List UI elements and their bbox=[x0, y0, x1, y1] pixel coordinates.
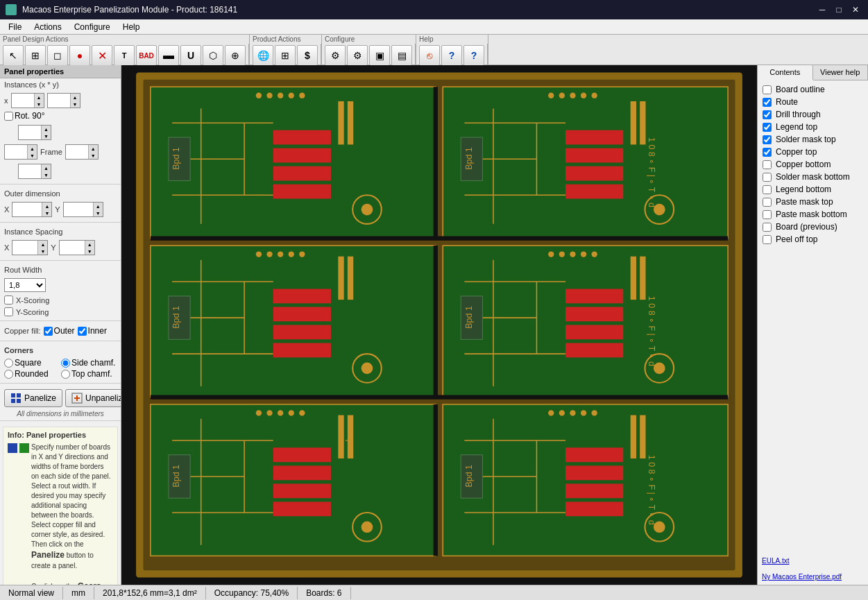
menu-configure[interactable]: Configure bbox=[69, 21, 116, 33]
top-chamf-radio[interactable] bbox=[61, 370, 70, 379]
toolbar-cross-btn[interactable]: ✕ bbox=[92, 45, 112, 66]
layer-solder-mask-bottom-cb[interactable] bbox=[763, 173, 772, 182]
layer-drill-through-cb[interactable] bbox=[763, 110, 772, 119]
toolbar-window2-btn[interactable]: ▤ bbox=[391, 45, 412, 66]
oy-up-btn[interactable]: ▲ bbox=[93, 203, 103, 209]
x-down-btn[interactable]: ▼ bbox=[34, 101, 44, 108]
ox-down-btn[interactable]: ▼ bbox=[42, 209, 51, 216]
frame-down-btn[interactable]: ▼ bbox=[88, 152, 98, 159]
y-down-btn[interactable]: ▼ bbox=[70, 101, 80, 108]
s2-down-btn[interactable]: ▼ bbox=[27, 152, 37, 159]
toolbar-dollar-btn[interactable]: $ bbox=[297, 45, 318, 66]
copper-outer-checkbox[interactable] bbox=[44, 327, 53, 336]
isp-y-spinner[interactable]: 1,80 ▲ ▼ bbox=[59, 240, 95, 255]
isp-x-spinner[interactable]: 1,80 ▲ ▼ bbox=[12, 240, 48, 255]
toolbar-gear1-btn[interactable]: ⚙ bbox=[325, 45, 346, 66]
rot-checkbox[interactable] bbox=[4, 112, 13, 121]
toolbar-bad-btn[interactable]: BAD bbox=[136, 45, 157, 66]
minimize-button[interactable]: ─ bbox=[815, 3, 829, 17]
close-button[interactable]: ✕ bbox=[849, 3, 862, 17]
toolbar-arrow-btn[interactable]: ↖ bbox=[3, 45, 24, 66]
outer-y-spinner[interactable]: 152,60 ▲ ▼ bbox=[63, 202, 103, 217]
menu-help[interactable]: Help bbox=[117, 21, 146, 33]
layer-copper-top-cb[interactable] bbox=[763, 148, 772, 157]
rounded-radio[interactable] bbox=[4, 370, 13, 379]
copper-inner-checkbox[interactable] bbox=[78, 327, 87, 336]
spacing3-input[interactable]: 10,0 bbox=[19, 164, 41, 178]
layer-copper-bottom-cb[interactable] bbox=[763, 160, 772, 169]
ox-up-btn[interactable]: ▲ bbox=[42, 203, 51, 209]
layer-paste-mask-bottom-cb[interactable] bbox=[763, 210, 772, 219]
pcb-canvas[interactable]: Bpd 1 Bpd 1 bbox=[121, 65, 757, 585]
ny-macaos-link[interactable]: Ny Macaos Enterprise.pdf bbox=[758, 569, 868, 585]
iy-up-btn[interactable]: ▲ bbox=[85, 241, 94, 248]
y-up-btn[interactable]: ▲ bbox=[70, 94, 80, 101]
spacing2-input[interactable]: 10,0 bbox=[5, 145, 27, 159]
s3-up-btn[interactable]: ▲ bbox=[41, 164, 51, 171]
toolbar-exit-btn[interactable]: ⎋ bbox=[419, 45, 440, 66]
x-up-btn[interactable]: ▲ bbox=[34, 94, 44, 101]
s1-down-btn[interactable]: ▼ bbox=[41, 132, 51, 139]
outer-dim-label-row: Outer dimension bbox=[0, 187, 121, 200]
layer-legend-bottom-cb[interactable] bbox=[763, 185, 772, 194]
layer-route-cb[interactable] bbox=[763, 98, 772, 107]
toolbar-gear2-btn[interactable]: ⚙ bbox=[347, 45, 368, 66]
isp-x-input[interactable]: 1,80 bbox=[12, 241, 37, 255]
outer-x-input[interactable]: 201,80 bbox=[12, 203, 42, 216]
y-input[interactable]: 3 bbox=[48, 94, 70, 108]
maximize-button[interactable]: □ bbox=[832, 3, 846, 17]
y-spinner[interactable]: 3 ▲ ▼ bbox=[47, 93, 80, 108]
x-scoring-checkbox[interactable] bbox=[4, 295, 13, 305]
frame-spinner[interactable]: 10,0 ▲ ▼ bbox=[65, 144, 99, 160]
toolbar-u-btn[interactable]: U bbox=[180, 45, 201, 66]
layer-paste-mask-top-cb[interactable] bbox=[763, 198, 772, 207]
spacing1-input[interactable]: 10,0 bbox=[19, 126, 41, 139]
ix-up-btn[interactable]: ▲ bbox=[37, 241, 47, 248]
spacing3-spinner[interactable]: 10,0 ▲ ▼ bbox=[18, 164, 51, 179]
s1-up-btn[interactable]: ▲ bbox=[41, 126, 51, 132]
spacing1-spinner[interactable]: 10,0 ▲ ▼ bbox=[18, 125, 51, 140]
spacing2-spinner[interactable]: 10,0 ▲ ▼ bbox=[4, 144, 37, 160]
toolbar-window1-btn[interactable]: ▣ bbox=[369, 45, 390, 66]
toolbar-sticker-btn[interactable]: ⬡ bbox=[203, 45, 223, 66]
tab-viewer-help[interactable]: Viewer help bbox=[813, 65, 869, 80]
frame-input[interactable]: 10,0 bbox=[66, 145, 88, 159]
toolbar-grid-btn[interactable]: ⊞ bbox=[25, 45, 46, 66]
isp-y-input[interactable]: 1,80 bbox=[60, 241, 85, 255]
layer-legend-top-cb[interactable] bbox=[763, 123, 772, 132]
layer-peel-off-top-cb[interactable] bbox=[763, 235, 772, 244]
eula-link[interactable]: EULA.txt bbox=[758, 553, 868, 569]
menu-file[interactable]: File bbox=[3, 21, 27, 33]
x-spinner[interactable]: 2 ▲ ▼ bbox=[11, 93, 44, 108]
square-radio[interactable] bbox=[4, 359, 13, 368]
iy-down-btn[interactable]: ▼ bbox=[85, 248, 94, 255]
spacing3-row: 10,0 ▲ ▼ bbox=[0, 162, 121, 181]
side-chamf-radio[interactable] bbox=[61, 359, 70, 368]
s2-up-btn[interactable]: ▲ bbox=[27, 145, 37, 152]
y-scoring-checkbox[interactable] bbox=[4, 307, 13, 316]
panelize-button[interactable]: Panelize bbox=[4, 389, 62, 407]
menu-actions[interactable]: Actions bbox=[28, 21, 67, 33]
toolbar-help2-btn[interactable]: ? bbox=[463, 45, 484, 66]
oy-down-btn[interactable]: ▼ bbox=[93, 209, 103, 216]
outer-x-spinner[interactable]: 201,80 ▲ ▼ bbox=[12, 202, 52, 217]
tab-contents[interactable]: Contents bbox=[758, 65, 813, 80]
layer-board-previous-cb[interactable] bbox=[763, 223, 772, 232]
unpanelize-button[interactable]: Unpanelize bbox=[65, 389, 121, 407]
toolbar-globe-btn[interactable]: 🌐 bbox=[253, 45, 273, 66]
toolbar-stop-btn[interactable]: ● bbox=[69, 45, 90, 66]
layer-solder-mask-top-cb[interactable] bbox=[763, 135, 772, 144]
layer-board-outline-cb[interactable] bbox=[763, 85, 772, 94]
ix-down-btn[interactable]: ▼ bbox=[37, 248, 47, 255]
x-input[interactable]: 2 bbox=[12, 94, 34, 108]
rout-width-select[interactable]: 1,8 2,0 2,4 bbox=[4, 278, 46, 292]
toolbar-text-btn[interactable]: T bbox=[114, 45, 135, 66]
s3-down-btn[interactable]: ▼ bbox=[41, 171, 51, 178]
toolbar-cursor-btn[interactable]: ⊕ bbox=[225, 45, 246, 66]
toolbar-table-btn[interactable]: ⊞ bbox=[275, 45, 296, 66]
frame-up-btn[interactable]: ▲ bbox=[88, 145, 98, 152]
outer-y-input[interactable]: 152,60 bbox=[64, 203, 93, 216]
toolbar-help1-btn[interactable]: ? bbox=[441, 45, 462, 66]
toolbar-outline-btn[interactable]: ◻ bbox=[47, 45, 68, 66]
toolbar-rect-btn[interactable]: ▬ bbox=[158, 45, 179, 66]
